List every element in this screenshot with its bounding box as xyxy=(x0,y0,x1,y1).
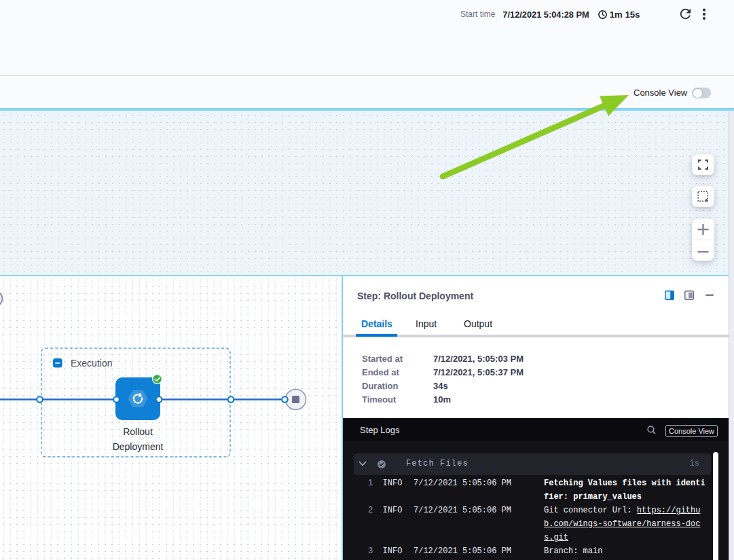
svg-text:Rollout: Rollout xyxy=(123,426,153,437)
svg-text:Execution: Execution xyxy=(71,358,112,369)
svg-text:Deployment: Deployment xyxy=(113,441,164,452)
